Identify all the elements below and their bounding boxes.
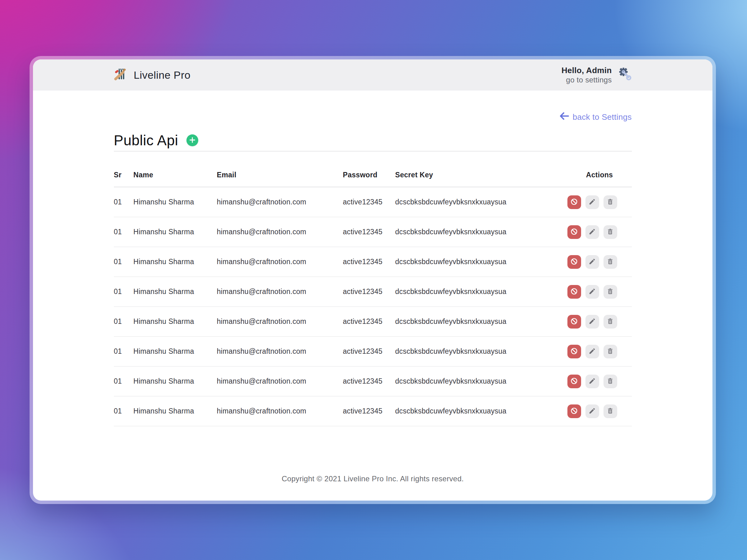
footer: Copyright © 2021 Liveline Pro Inc. All r… <box>114 475 632 501</box>
cell-secret-key: dcscbksbdcuwfeyvbksnxkxuaysua <box>395 198 567 206</box>
cell-actions <box>567 404 632 418</box>
pencil-icon <box>589 377 596 385</box>
cell-name: Himanshu Sharma <box>133 347 217 355</box>
cell-sr: 01 <box>114 407 133 415</box>
cell-sr: 01 <box>114 198 133 206</box>
block-icon <box>570 317 578 326</box>
back-arrow-icon <box>560 112 569 122</box>
block-icon <box>570 228 578 236</box>
table-row: 01 Himanshu Sharma himanshu@craftnotion.… <box>114 187 632 217</box>
block-button[interactable] <box>567 225 581 239</box>
cell-secret-key: dcscbksbdcuwfeyvbksnxkxuaysua <box>395 288 567 296</box>
cell-password: active12345 <box>343 198 395 206</box>
edit-button[interactable] <box>586 285 599 299</box>
table-row: 01 Himanshu Sharma himanshu@craftnotion.… <box>114 247 632 277</box>
cell-email: himanshu@craftnotion.com <box>217 407 343 415</box>
top-bar: Liveline Pro Hello, Admin go to settings <box>33 59 713 90</box>
table-row: 01 Himanshu Sharma himanshu@craftnotion.… <box>114 217 632 247</box>
cell-secret-key: dcscbksbdcuwfeyvbksnxkxuaysua <box>395 377 567 385</box>
delete-button[interactable] <box>603 255 617 269</box>
table-header-row: Sr Name Email Password Secret Key Action… <box>114 152 632 187</box>
edit-button[interactable] <box>586 195 599 209</box>
delete-button[interactable] <box>603 225 617 239</box>
pencil-icon <box>589 228 596 236</box>
cell-email: himanshu@craftnotion.com <box>217 228 343 236</box>
block-icon <box>570 258 578 266</box>
cell-sr: 01 <box>114 288 133 296</box>
cell-password: active12345 <box>343 258 395 266</box>
trash-icon <box>607 377 614 385</box>
cell-actions <box>567 345 632 358</box>
cell-name: Himanshu Sharma <box>133 317 217 326</box>
table-row: 01 Himanshu Sharma himanshu@craftnotion.… <box>114 277 632 307</box>
cell-secret-key: dcscbksbdcuwfeyvbksnxkxuaysua <box>395 258 567 266</box>
cell-password: active12345 <box>343 407 395 415</box>
delete-button[interactable] <box>603 285 617 299</box>
cell-sr: 01 <box>114 377 133 385</box>
block-button[interactable] <box>567 375 581 388</box>
cell-password: active12345 <box>343 288 395 296</box>
cell-password: active12345 <box>343 317 395 326</box>
block-button[interactable] <box>567 195 581 209</box>
trash-icon <box>607 198 614 206</box>
edit-button[interactable] <box>586 345 599 358</box>
delete-button[interactable] <box>603 315 617 328</box>
cell-name: Himanshu Sharma <box>133 288 217 296</box>
block-button[interactable] <box>567 255 581 269</box>
desktop-background: Liveline Pro Hello, Admin go to settings <box>0 0 747 560</box>
back-to-settings-link[interactable]: back to Settings <box>560 112 632 122</box>
block-button[interactable] <box>567 345 581 358</box>
delete-button[interactable] <box>603 195 617 209</box>
cell-secret-key: dcscbksbdcuwfeyvbksnxkxuaysua <box>395 317 567 326</box>
cell-name: Himanshu Sharma <box>133 407 217 415</box>
copyright-text: Copyright © 2021 Liveline Pro Inc. All r… <box>114 475 632 483</box>
trash-icon <box>607 288 614 296</box>
cell-name: Himanshu Sharma <box>133 198 217 206</box>
block-button[interactable] <box>567 315 581 328</box>
cell-name: Himanshu Sharma <box>133 258 217 266</box>
trash-icon <box>607 348 614 355</box>
trash-icon <box>607 228 614 236</box>
cell-name: Himanshu Sharma <box>133 228 217 236</box>
edit-button[interactable] <box>586 375 599 388</box>
cell-actions <box>567 285 632 299</box>
delete-button[interactable] <box>603 375 617 388</box>
edit-button[interactable] <box>586 255 599 269</box>
block-button[interactable] <box>567 404 581 418</box>
brand[interactable]: Liveline Pro <box>114 67 190 83</box>
go-to-settings-link[interactable]: go to settings <box>562 75 612 85</box>
cell-password: active12345 <box>343 228 395 236</box>
block-button[interactable] <box>567 285 581 299</box>
pencil-icon <box>589 288 596 296</box>
delete-button[interactable] <box>603 404 617 418</box>
cell-secret-key: dcscbksbdcuwfeyvbksnxkxuaysua <box>395 407 567 415</box>
add-api-key-button[interactable] <box>186 134 198 146</box>
cell-email: himanshu@craftnotion.com <box>217 288 343 296</box>
cell-email: himanshu@craftnotion.com <box>217 347 343 355</box>
edit-button[interactable] <box>586 315 599 328</box>
trash-icon <box>607 258 614 266</box>
cell-sr: 01 <box>114 258 133 266</box>
gear-wrench-icon[interactable] <box>618 67 632 83</box>
cell-email: himanshu@craftnotion.com <box>217 258 343 266</box>
cell-actions <box>567 195 632 209</box>
block-icon <box>570 288 578 296</box>
pencil-icon <box>589 348 596 355</box>
user-box: Hello, Admin go to settings <box>562 65 632 85</box>
cell-email: himanshu@craftnotion.com <box>217 198 343 206</box>
plus-icon <box>189 137 196 144</box>
edit-button[interactable] <box>586 225 599 239</box>
delete-button[interactable] <box>603 345 617 358</box>
block-icon <box>570 198 578 207</box>
user-greeting: Hello, Admin <box>562 65 612 76</box>
app-window: Liveline Pro Hello, Admin go to settings <box>30 56 716 504</box>
cell-actions <box>567 225 632 239</box>
cell-actions <box>567 375 632 388</box>
cell-actions <box>567 315 632 328</box>
column-header-secret-key: Secret Key <box>395 171 567 179</box>
cell-secret-key: dcscbksbdcuwfeyvbksnxkxuaysua <box>395 228 567 236</box>
edit-button[interactable] <box>586 404 599 418</box>
main-area: back to Settings Public Api <box>33 90 713 501</box>
cell-name: Himanshu Sharma <box>133 377 217 385</box>
block-icon <box>570 377 578 386</box>
